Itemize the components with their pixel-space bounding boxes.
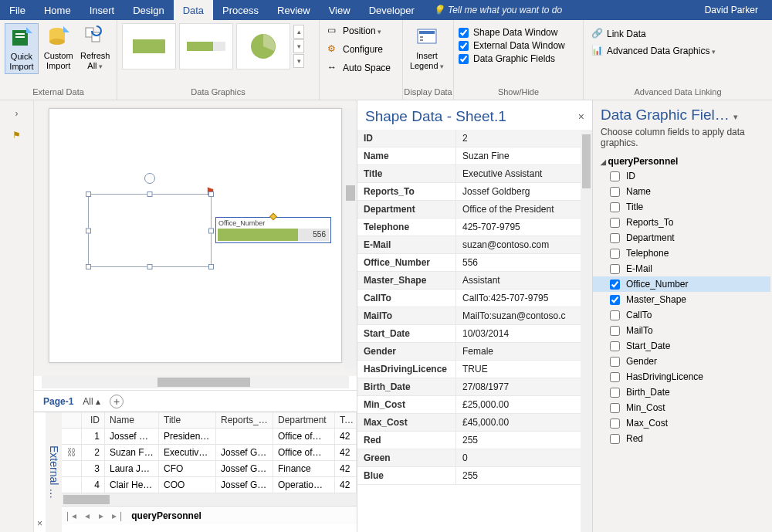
menu-file[interactable]: File bbox=[0, 0, 35, 20]
field-office_number[interactable]: Office_Number bbox=[593, 276, 770, 292]
field-checkbox[interactable] bbox=[610, 326, 620, 336]
col-dept[interactable]: Department bbox=[273, 412, 335, 428]
chk-data-graphic-fields[interactable]: Data Graphic Fields bbox=[459, 53, 555, 65]
menu-home[interactable]: Home bbox=[35, 0, 80, 20]
col-name[interactable]: Name bbox=[105, 412, 159, 428]
quick-import-button[interactable]: Quick Import bbox=[5, 23, 39, 74]
external-data-grid[interactable]: ID Name Title Reports_To Department Tel … bbox=[62, 412, 357, 532]
field-start_date[interactable]: Start_Date bbox=[593, 338, 770, 354]
field-name[interactable]: Name bbox=[593, 184, 770, 199]
field-checkbox[interactable] bbox=[610, 249, 620, 259]
shape-data-row[interactable]: Max_Cost£45,000.00 bbox=[357, 414, 592, 432]
recordset-nav-icon[interactable]: |◂ ◂ ▸ ▸| bbox=[66, 510, 125, 521]
shape-data-row[interactable]: Start_Date10/03/2014 bbox=[357, 325, 592, 343]
field-gender[interactable]: Gender bbox=[593, 354, 770, 369]
gallery-up-icon[interactable]: ▴ bbox=[293, 25, 304, 39]
tab-page-1[interactable]: Page-1 bbox=[43, 396, 73, 407]
drawing-canvas[interactable]: ⚑ Office_Number 556 bbox=[34, 100, 357, 376]
field-checkbox[interactable] bbox=[610, 202, 620, 212]
selected-shape[interactable]: ⚑ bbox=[88, 194, 212, 267]
shape-data-row[interactable]: CallToCallTo:425-707-9795 bbox=[357, 290, 592, 307]
canvas-vscroll[interactable] bbox=[344, 108, 357, 368]
shapes-pane-collapsed[interactable]: › ⚑ bbox=[0, 100, 34, 532]
field-checkbox[interactable] bbox=[610, 341, 620, 351]
col-id[interactable]: ID bbox=[82, 412, 105, 428]
table-row[interactable]: 4Clair Hec…COOJossef G…Operatio…42 bbox=[62, 477, 357, 493]
shape-data-row[interactable]: MailToMailTo:suzan@contoso.c bbox=[357, 307, 592, 325]
field-id[interactable]: ID bbox=[593, 168, 770, 184]
shape-data-row[interactable]: Blue255 bbox=[357, 467, 592, 485]
gallery-more-icon[interactable]: ▾ bbox=[293, 54, 304, 68]
add-page-button[interactable]: + bbox=[110, 395, 124, 408]
field-birth_date[interactable]: Birth_Date bbox=[593, 385, 770, 400]
field-e-mail[interactable]: E-Mail bbox=[593, 261, 770, 276]
chk-shape-data-window[interactable]: Shape Data Window bbox=[459, 26, 557, 39]
field-checkbox[interactable] bbox=[610, 388, 620, 398]
col-reports[interactable]: Reports_To bbox=[216, 412, 273, 428]
shape-data-close-icon[interactable]: × bbox=[578, 110, 584, 123]
configure-button[interactable]: ⚙Configure bbox=[324, 42, 386, 57]
adv-data-graphics-button[interactable]: 📊Advanced Data Graphics bbox=[588, 43, 719, 59]
shape-data-row[interactable]: TitleExecutive Assistant bbox=[357, 165, 592, 183]
expand-shapes-icon[interactable]: › bbox=[15, 108, 19, 119]
shape-data-row[interactable]: GenderFemale bbox=[357, 343, 592, 361]
shape-data-row[interactable]: Birth_Date27/08/1977 bbox=[357, 378, 592, 396]
col-title[interactable]: Title bbox=[159, 412, 216, 428]
shape-data-row[interactable]: ID2 bbox=[357, 130, 592, 147]
data-graphics-gallery[interactable]: ▴ ▾ ▾ bbox=[122, 23, 304, 69]
shape-data-row[interactable]: Telephone425-707-9795 bbox=[357, 219, 592, 236]
field-checkbox[interactable] bbox=[610, 171, 620, 181]
table-row[interactable]: 1Jossef G…Presiden…Office of…42 bbox=[62, 429, 357, 445]
page-surface[interactable]: ⚑ Office_Number 556 bbox=[49, 108, 342, 363]
field-checkbox[interactable] bbox=[610, 418, 620, 429]
table-row[interactable]: ⛓2Suzan Fi…Executiv…Jossef G…Office of…4… bbox=[62, 445, 357, 461]
field-checkbox[interactable] bbox=[610, 295, 620, 305]
signed-in-user[interactable]: David Parker bbox=[691, 0, 772, 20]
field-max_cost[interactable]: Max_Cost bbox=[593, 415, 770, 431]
shape-data-row[interactable]: HasDrivingLicenceTRUE bbox=[357, 361, 592, 378]
field-checkbox[interactable] bbox=[610, 434, 620, 444]
auto-space-button[interactable]: ↔Auto Space bbox=[324, 60, 394, 76]
field-callto[interactable]: CallTo bbox=[593, 307, 770, 323]
table-row[interactable]: 3Laura Je…CFOJossef G…Finance42 bbox=[62, 461, 357, 477]
data-graphic-callout[interactable]: Office_Number 556 bbox=[215, 217, 331, 243]
position-button[interactable]: ▭Position bbox=[324, 23, 384, 39]
field-checkbox[interactable] bbox=[610, 233, 620, 243]
shape-data-row[interactable]: E-Mailsuzan@contoso.com bbox=[357, 236, 592, 254]
shape-data-row[interactable]: Red255 bbox=[357, 432, 592, 449]
shape-data-row[interactable]: Master_ShapeAssistant bbox=[357, 272, 592, 290]
field-telephone[interactable]: Telephone bbox=[593, 246, 770, 261]
field-checkbox[interactable] bbox=[610, 310, 620, 320]
link-data-button[interactable]: 🔗Link Data bbox=[588, 26, 649, 42]
shape-data-row[interactable]: Reports_ToJossef Goldberg bbox=[357, 183, 592, 201]
field-red[interactable]: Red bbox=[593, 431, 770, 446]
menu-developer[interactable]: Developer bbox=[360, 0, 424, 20]
refresh-all-button[interactable]: Refresh All bbox=[78, 23, 112, 73]
field-checkbox[interactable] bbox=[610, 372, 620, 382]
tell-me-search[interactable]: 💡Tell me what you want to do bbox=[424, 0, 571, 20]
shape-data-vscroll[interactable] bbox=[581, 130, 592, 532]
menu-insert[interactable]: Insert bbox=[80, 0, 124, 20]
canvas-hscroll[interactable] bbox=[42, 376, 349, 388]
field-checkbox[interactable] bbox=[610, 264, 620, 274]
menu-design[interactable]: Design bbox=[124, 0, 173, 20]
menu-data[interactable]: Data bbox=[174, 0, 213, 20]
tab-all[interactable]: All ▴ bbox=[83, 396, 100, 407]
anchor-icon[interactable]: ⚑ bbox=[12, 130, 21, 141]
external-data-close-icon[interactable]: × bbox=[34, 515, 46, 532]
field-reports_to[interactable]: Reports_To bbox=[593, 215, 770, 230]
field-min_cost[interactable]: Min_Cost bbox=[593, 400, 770, 415]
insert-legend-button[interactable]: Insert Legend bbox=[408, 23, 446, 73]
col-tel[interactable]: Tel bbox=[335, 412, 357, 428]
shape-data-row[interactable]: Green0 bbox=[357, 449, 592, 467]
shape-data-row[interactable]: Min_Cost£25,000.00 bbox=[357, 396, 592, 414]
extdata-hscroll[interactable] bbox=[62, 493, 357, 506]
field-title[interactable]: Title bbox=[593, 199, 770, 215]
field-mailto[interactable]: MailTo bbox=[593, 323, 770, 338]
shape-data-row[interactable]: DepartmentOffice of the President bbox=[357, 201, 592, 219]
dgf-group-header[interactable]: queryPersonnel bbox=[593, 154, 770, 168]
menu-process[interactable]: Process bbox=[213, 0, 268, 20]
gallery-down-icon[interactable]: ▾ bbox=[293, 39, 304, 53]
field-master_shape[interactable]: Master_Shape bbox=[593, 292, 770, 307]
shape-data-row[interactable]: NameSuzan Fine bbox=[357, 147, 592, 165]
